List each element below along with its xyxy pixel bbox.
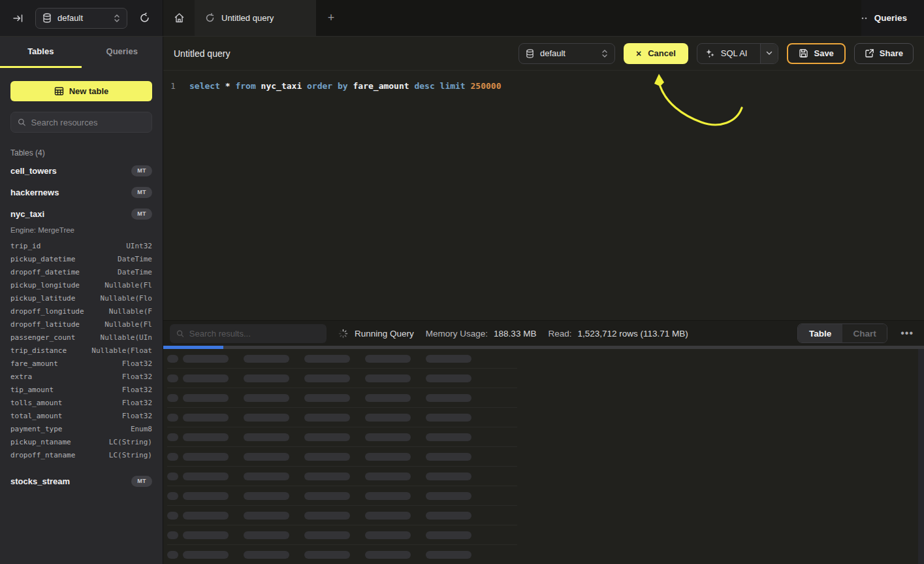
skeleton-cell bbox=[426, 394, 471, 402]
skeleton-cell bbox=[244, 394, 289, 402]
skeleton-cell bbox=[304, 492, 350, 500]
skeleton-cell bbox=[183, 512, 229, 520]
home-icon bbox=[174, 12, 185, 24]
new-table-button[interactable]: New table bbox=[10, 81, 152, 101]
column-type: Enum8 bbox=[131, 425, 152, 433]
toggle-table[interactable]: Table bbox=[798, 324, 842, 342]
query-database-selector[interactable]: default bbox=[518, 43, 615, 64]
column-name: passenger_count bbox=[10, 333, 75, 342]
resource-search[interactable] bbox=[10, 112, 152, 133]
home-tab-button[interactable] bbox=[163, 0, 195, 36]
column-type: Nullable(Float bbox=[91, 346, 152, 355]
sql-editor[interactable]: 1 select * from nyc_taxi order by fare_a… bbox=[163, 71, 924, 320]
sql-ai-button[interactable]: SQL AI bbox=[697, 43, 779, 64]
skeleton-cell bbox=[365, 355, 411, 363]
column-name: pickup_ntaname bbox=[10, 438, 71, 446]
column-row-extra: extraFloat32 bbox=[10, 370, 152, 383]
skeleton-row bbox=[167, 427, 517, 447]
read-value: 1,523,712 rows (113.71 MB) bbox=[577, 329, 688, 339]
column-name: pickup_datetime bbox=[10, 255, 75, 263]
share-label: Share bbox=[880, 48, 903, 58]
sql-token: by bbox=[338, 81, 348, 91]
memory-usage: Memory Usage: 188.33 MB bbox=[426, 329, 537, 339]
column-row-fare_amount: fare_amountFloat32 bbox=[10, 357, 152, 370]
new-tab-button[interactable]: + bbox=[316, 0, 346, 36]
column-row-pickup_latitude: pickup_latitudeNullable(Flo bbox=[10, 291, 152, 305]
skeleton-cell bbox=[365, 551, 411, 559]
skeleton-cell bbox=[365, 473, 411, 480]
engine-label: Engine: MergeTree bbox=[10, 226, 152, 234]
column-name: extra bbox=[10, 373, 32, 381]
resource-search-input[interactable] bbox=[31, 118, 145, 127]
column-type: Float32 bbox=[122, 399, 152, 407]
skeleton-cell bbox=[183, 531, 229, 539]
column-row-pickup_longitude: pickup_longitudeNullable(Fl bbox=[10, 278, 152, 291]
more-options-button[interactable]: ••• bbox=[899, 327, 915, 339]
column-row-dropoff_longitude: dropoff_longitudeNullable(F bbox=[10, 305, 152, 318]
column-row-dropoff_ntaname: dropoff_ntanameLC(String) bbox=[10, 448, 152, 461]
sql-token bbox=[302, 81, 307, 91]
column-row-trip_id: trip_idUInt32 bbox=[10, 239, 152, 252]
skeleton-row bbox=[167, 486, 517, 506]
column-row-trip_distance: trip_distanceNullable(Float bbox=[10, 344, 152, 357]
database-icon bbox=[526, 49, 534, 58]
column-name: total_amount bbox=[10, 412, 62, 420]
query-database-value: default bbox=[540, 48, 596, 58]
column-name: payment_type bbox=[10, 425, 62, 433]
cancel-x-icon: × bbox=[636, 48, 641, 59]
table-icon bbox=[54, 86, 64, 96]
database-selector[interactable]: default bbox=[35, 8, 127, 29]
table-item-cell_towers[interactable]: cell_towersMT bbox=[10, 160, 152, 182]
skeleton-cell bbox=[183, 473, 229, 480]
engine-badge: MT bbox=[131, 208, 152, 220]
table-item-nyc_taxi[interactable]: nyc_taxiMT bbox=[10, 203, 152, 225]
skeleton-cell bbox=[244, 551, 289, 559]
column-name: trip_id bbox=[10, 242, 40, 250]
skeleton-cell bbox=[426, 414, 471, 422]
sidebar-tab-queries[interactable]: Queries bbox=[82, 37, 163, 68]
sql-token bbox=[220, 81, 225, 91]
cancel-label: Cancel bbox=[648, 48, 676, 58]
vertical-scrollbar[interactable] bbox=[918, 349, 924, 564]
skeleton-cell bbox=[426, 433, 471, 441]
skeleton-cell bbox=[244, 531, 289, 539]
status-text: Running Query bbox=[355, 329, 414, 339]
sync-icon bbox=[205, 13, 215, 23]
skeleton-cell bbox=[304, 394, 350, 402]
sql-ai-dropdown-button[interactable] bbox=[760, 44, 778, 63]
skeleton-cell bbox=[365, 512, 411, 520]
cancel-button[interactable]: × Cancel bbox=[624, 43, 688, 64]
skeleton-cell bbox=[183, 374, 229, 382]
column-name: dropoff_longitude bbox=[10, 307, 84, 316]
refresh-button[interactable] bbox=[135, 9, 153, 27]
sidebar-collapse-button[interactable] bbox=[9, 9, 27, 27]
view-toggle: Table Chart bbox=[797, 323, 887, 343]
skeleton-cell bbox=[365, 453, 411, 461]
skeleton-cell bbox=[426, 473, 471, 480]
share-button[interactable]: Share bbox=[854, 43, 914, 64]
results-search-input[interactable] bbox=[189, 329, 320, 339]
column-type: Nullable(Flo bbox=[101, 294, 152, 303]
sql-ai-main[interactable]: SQL AI bbox=[697, 44, 756, 63]
tab-untitled-query[interactable]: Untitled query bbox=[195, 0, 316, 36]
skeleton-cell bbox=[304, 512, 350, 520]
column-name: fare_amount bbox=[10, 359, 58, 368]
save-button[interactable]: Save bbox=[787, 43, 845, 64]
skeleton-cell bbox=[244, 492, 289, 500]
table-item-hackernews[interactable]: hackernewsMT bbox=[10, 182, 152, 203]
skeleton-row bbox=[167, 525, 517, 545]
skeleton-cell bbox=[167, 374, 178, 382]
queries-link[interactable]: Queries bbox=[861, 0, 924, 36]
table-item-stocks_stream[interactable]: stocks_streamMT bbox=[10, 471, 152, 492]
sidebar-tab-tables[interactable]: Tables bbox=[0, 37, 82, 68]
skeleton-cell bbox=[426, 512, 471, 520]
sql-token bbox=[256, 81, 261, 91]
sql-token: 250000 bbox=[471, 81, 502, 91]
column-type: DateTime bbox=[118, 268, 152, 276]
sql-token: order bbox=[307, 81, 332, 91]
toggle-chart[interactable]: Chart bbox=[842, 324, 887, 342]
results-search[interactable] bbox=[170, 324, 327, 343]
skeleton-row bbox=[167, 545, 517, 564]
column-type: Nullable(UIn bbox=[101, 333, 152, 342]
skeleton-cell bbox=[167, 355, 178, 363]
